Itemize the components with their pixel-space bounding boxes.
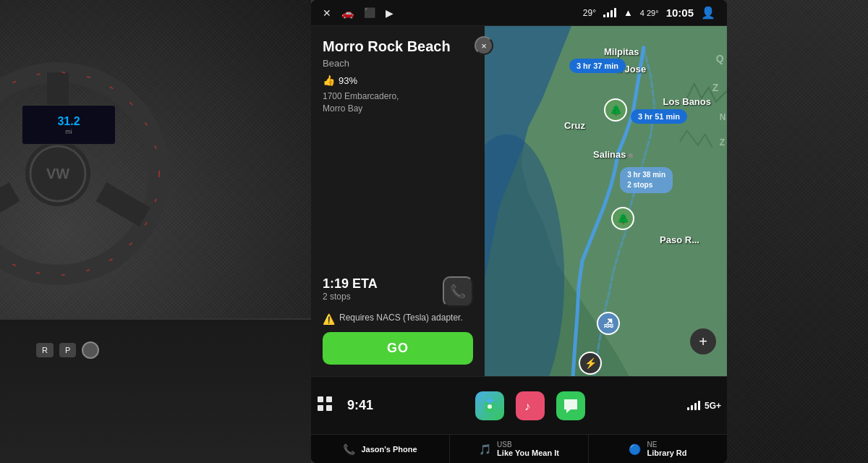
grid-menu-icon[interactable] bbox=[317, 396, 333, 415]
phone-source-text: Jason's Phone bbox=[361, 445, 417, 454]
svg-point-18 bbox=[488, 404, 492, 409]
losbanos-label: Los Banos bbox=[663, 96, 711, 107]
usb-source-label: USB bbox=[497, 441, 559, 449]
place-name: Morro Rock Beach bbox=[323, 38, 473, 55]
map-pin-2: 🌲 bbox=[611, 207, 634, 230]
left-panel: VW 31.2 mi R P bbox=[0, 0, 311, 463]
map-pin-3: 🏖 bbox=[597, 312, 620, 335]
maps-app-icon[interactable] bbox=[475, 391, 504, 420]
eta-section: 1:19 ETA 2 stops 📞 bbox=[323, 276, 473, 307]
carplay-screen: ✕ 🚗 ⬛ ▶ 29° ▲ bbox=[311, 0, 727, 463]
usb-source-icon: 🎵 bbox=[479, 443, 491, 455]
lower-panel: R P bbox=[0, 318, 311, 463]
nav-source-label: NE bbox=[647, 441, 686, 449]
cellular-icon: 4 29° bbox=[640, 9, 659, 17]
close-place-button[interactable]: × bbox=[475, 36, 493, 55]
status-time: 10:05 bbox=[666, 7, 694, 19]
svg-text:Z: Z bbox=[712, 82, 719, 93]
phone-source-icon: 📞 bbox=[343, 443, 355, 455]
network-label: 5G+ bbox=[705, 401, 721, 411]
speed-value: 31.2 bbox=[57, 115, 80, 127]
eta-time: 1:19 ETA bbox=[323, 276, 378, 292]
usb-source-name: Like You Mean It bbox=[497, 449, 559, 457]
signal-strength-display bbox=[687, 401, 700, 410]
warning-icon: ⚠️ bbox=[323, 313, 335, 325]
place-type: Beach bbox=[323, 58, 473, 69]
svg-rect-17 bbox=[326, 405, 332, 411]
place-panel: × Morro Rock Beach Beach 👍 93% 1700 Emba… bbox=[311, 26, 485, 376]
messages-app-icon[interactable] bbox=[556, 391, 585, 420]
svg-line-2 bbox=[0, 192, 14, 217]
wifi-icon: ▲ bbox=[624, 7, 633, 18]
music-app-icon[interactable]: ♪ bbox=[516, 391, 545, 420]
main-content: × Morro Rock Beach Beach 👍 93% 1700 Emba… bbox=[311, 26, 727, 376]
bottom-bar: 9:41 ♪ bbox=[311, 376, 727, 434]
route-time-2: 3 hr 51 min bbox=[631, 109, 687, 124]
screen-icon[interactable]: ⬛ bbox=[364, 7, 375, 18]
nav-source-text: NE Library Rd bbox=[647, 441, 686, 457]
signal-display bbox=[603, 8, 616, 17]
close-icon[interactable]: ✕ bbox=[323, 7, 331, 19]
pasor-label: Paso R... bbox=[660, 234, 699, 245]
phone-icon: 📞 bbox=[450, 284, 466, 300]
route-time-1: 3 hr 37 min bbox=[569, 59, 626, 73]
place-address: 1700 Embarcadero, Morro Bay bbox=[323, 90, 473, 115]
map-pin-1: 🌲 bbox=[604, 98, 627, 122]
go-button[interactable]: GO bbox=[323, 332, 473, 365]
svg-text:♪: ♪ bbox=[524, 400, 530, 412]
phone-button[interactable]: 📞 bbox=[443, 276, 473, 307]
usb-source-text: USB Like You Mean It bbox=[497, 441, 559, 457]
svg-line-3 bbox=[101, 192, 145, 217]
gear-selector: R P bbox=[36, 341, 99, 359]
svg-text:N: N bbox=[720, 112, 726, 122]
dash-display: 31.2 mi bbox=[22, 105, 116, 145]
bottom-apps: ♪ bbox=[475, 391, 585, 420]
svg-rect-16 bbox=[318, 405, 323, 411]
eta-info: 1:19 ETA 2 stops bbox=[323, 276, 378, 302]
salinas-label: Salinas bbox=[593, 149, 636, 160]
map-pin-4: ⚡ bbox=[579, 352, 602, 375]
svg-rect-14 bbox=[318, 396, 323, 402]
status-bar: ✕ 🚗 ⬛ ▶ 29° ▲ bbox=[311, 0, 727, 26]
warning-text: Requires NACS (Tesla) adapter. bbox=[339, 313, 463, 324]
svg-text:VW: VW bbox=[46, 166, 69, 182]
source-nav[interactable]: 🔵 NE Library Rd bbox=[589, 435, 727, 463]
status-bar-left: ✕ 🚗 ⬛ ▶ bbox=[323, 7, 393, 19]
rating-icon: 👍 bbox=[323, 75, 335, 86]
speed-display: 31.2 bbox=[57, 115, 80, 128]
play-icon[interactable]: ▶ bbox=[386, 7, 393, 19]
svg-text:Z: Z bbox=[720, 137, 725, 148]
source-bar: 📞 Jason's Phone 🎵 USB Like You Mean It 🔵… bbox=[311, 434, 727, 463]
cruz-label: Cruz bbox=[564, 120, 585, 131]
nav-source-icon: 🔵 bbox=[629, 443, 641, 455]
warning-box: ⚠️ Requires NACS (Tesla) adapter. bbox=[323, 313, 473, 325]
route-time-3: 3 hr 38 min2 stops bbox=[620, 167, 673, 193]
eta-stops: 2 stops bbox=[323, 292, 378, 302]
person-icon[interactable]: 👤 bbox=[701, 6, 715, 20]
temp-display: 29° bbox=[583, 8, 596, 18]
svg-rect-15 bbox=[326, 396, 332, 402]
milpitas-label: Milpitas bbox=[604, 46, 639, 57]
source-phone[interactable]: 📞 Jason's Phone bbox=[311, 435, 450, 463]
bottom-right: 5G+ bbox=[687, 401, 721, 411]
speed-unit: mi bbox=[57, 128, 80, 135]
bottom-time: 9:41 bbox=[347, 398, 373, 413]
source-usb[interactable]: 🎵 USB Like You Mean It bbox=[450, 435, 589, 463]
nav-source-name: Library Rd bbox=[647, 449, 686, 457]
phone-source-name: Jason's Phone bbox=[361, 445, 417, 454]
car-icon[interactable]: 🚗 bbox=[341, 7, 354, 19]
place-rating: 👍 93% bbox=[323, 75, 473, 86]
map-area[interactable]: Q Z N Z Milpitas n Jose Los Banos Cruz S… bbox=[485, 26, 727, 376]
bottom-left: 9:41 bbox=[317, 396, 373, 415]
map-zoom-plus-button[interactable]: + bbox=[690, 328, 716, 354]
car-interior: VW 31.2 mi R P bbox=[0, 0, 868, 463]
steering-wheel: VW bbox=[0, 58, 174, 289]
right-panel bbox=[723, 0, 868, 463]
svg-text:Q: Q bbox=[716, 53, 724, 64]
status-bar-right: 29° ▲ 4 29° 10:05 👤 bbox=[583, 6, 715, 20]
